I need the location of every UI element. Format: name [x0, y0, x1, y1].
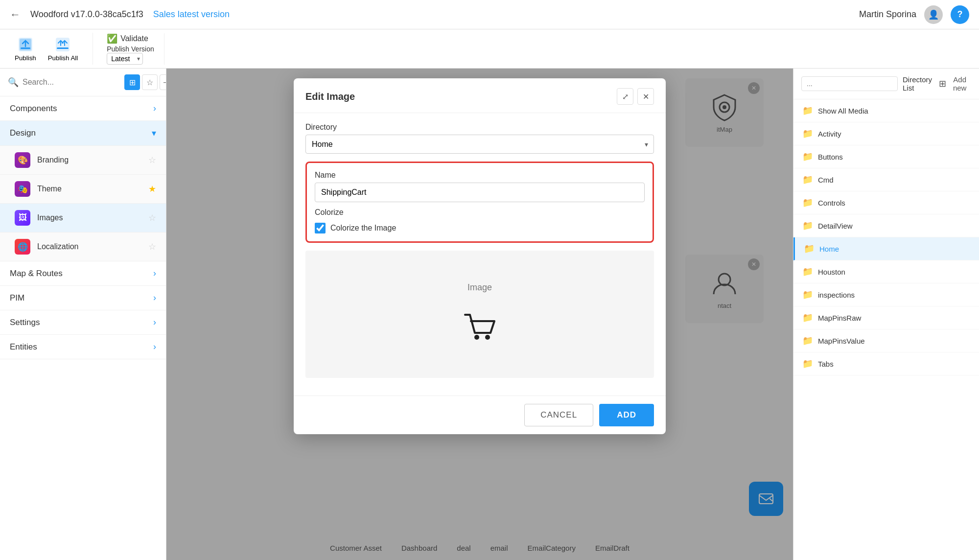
images-star[interactable]: ☆ [148, 212, 156, 223]
right-panel-list: 📁 Show All Media 📁 Activity 📁 Buttons 📁 … [793, 99, 979, 560]
list-view-button[interactable]: ☆ [142, 74, 158, 90]
sidebar-item-branding[interactable]: 🎨 Branding ☆ [0, 146, 166, 175]
dir-item-label: Tabs [818, 360, 834, 368]
sidebar-item-pim[interactable]: PIM › [0, 286, 166, 310]
settings-chevron: › [153, 317, 156, 327]
sidebar-item-entities[interactable]: Entities › [0, 335, 166, 359]
avatar-button[interactable]: 👤 [924, 5, 943, 24]
publish-icon [17, 36, 34, 53]
back-button[interactable]: ← [10, 8, 21, 21]
sidebar-item-images[interactable]: 🖼 Images ☆ [0, 204, 166, 233]
theme-label: Theme [37, 185, 141, 193]
dir-item-detailview[interactable]: 📁 DetailView [793, 214, 979, 237]
dir-item-mappinsvalue[interactable]: 📁 MapPinsValue [793, 329, 979, 352]
right-panel: Directory List ⊞ Add new 📁 Show All Medi… [793, 69, 979, 560]
dir-item-label: MapPinsRaw [818, 314, 861, 322]
sidebar-item-settings[interactable]: Settings › [0, 310, 166, 335]
validate-area: ✅ Validate Publish Version Latest Beta S… [107, 33, 154, 65]
design-label: Design [10, 128, 36, 138]
dir-item-label: Cmd [818, 176, 834, 184]
branding-star[interactable]: ☆ [148, 155, 156, 165]
pim-chevron: › [153, 293, 156, 303]
add-button[interactable]: ADD [599, 404, 654, 426]
right-panel-search-input[interactable] [801, 76, 898, 91]
right-panel-header: Directory List ⊞ Add new [793, 69, 979, 99]
add-new-label: Add new [948, 75, 971, 92]
cancel-button[interactable]: CANCEL [524, 404, 593, 426]
modal-close-button[interactable]: ✕ [637, 88, 654, 105]
folder-icon: 📁 [802, 151, 813, 162]
directory-select[interactable]: Home Activity Buttons Controls DetailVie… [305, 135, 654, 154]
sidebar-item-localization[interactable]: 🌐 Localization ☆ [0, 233, 166, 261]
collapse-button[interactable]: — [160, 74, 166, 90]
theme-icon: 🎭 [15, 181, 30, 197]
colorize-checkbox-label[interactable]: Colorize the Image [330, 224, 396, 233]
name-input[interactable] [315, 183, 645, 202]
sidebar: 🔍 ⊞ ☆ — Components › Design ▾ 🎨 Branding [0, 69, 166, 560]
help-button[interactable]: ? [951, 5, 969, 24]
publish-label: Publish [15, 54, 36, 62]
grid-view-button[interactable]: ⊞ [124, 74, 140, 90]
folder-icon: 📁 [802, 197, 813, 208]
sidebar-item-theme[interactable]: 🎭 Theme ★ [0, 175, 166, 204]
directory-select-wrapper: Home Activity Buttons Controls DetailVie… [305, 135, 654, 154]
toolbar-validate-group: ✅ Validate Publish Version Latest Beta S… [97, 33, 164, 65]
localization-star[interactable]: ☆ [148, 241, 156, 252]
dir-item-label: inspections [818, 291, 855, 299]
sidebar-search-input[interactable] [23, 78, 120, 87]
colorize-row: Colorize the Image [315, 223, 645, 233]
folder-icon: 📁 [802, 105, 813, 116]
dir-item-label: Activity [818, 130, 841, 138]
theme-star[interactable]: ★ [148, 184, 156, 194]
directory-field-group: Directory Home Activity Buttons Controls… [305, 123, 654, 154]
folder-icon: 📁 [804, 243, 815, 254]
add-new-button[interactable]: ⊞ Add new [939, 75, 971, 92]
publish-all-button[interactable]: Publish All [43, 33, 83, 65]
toolbar-publish-group: Publish Publish All [10, 33, 93, 65]
sidebar-view-buttons: ⊞ ☆ — [124, 74, 166, 90]
dir-item-label: Home [819, 245, 839, 253]
sidebar-item-map-routes[interactable]: Map & Routes › [0, 261, 166, 286]
version-text: Woodford v17.0.0-38ca5c1f3 [30, 9, 143, 20]
dir-item-home[interactable]: 📁 Home [793, 237, 979, 260]
branding-label: Branding [37, 156, 141, 164]
top-bar-right: Martin Sporina 👤 ? [859, 5, 969, 24]
publish-version-label: Publish Version [107, 45, 154, 53]
colorize-label: Colorize [315, 208, 645, 217]
sales-version-link[interactable]: Sales latest version [153, 9, 230, 20]
colorize-checkbox[interactable] [315, 223, 326, 233]
dir-list-label: Directory List [903, 75, 939, 92]
sidebar-search-bar: 🔍 ⊞ ☆ — [0, 69, 166, 96]
folder-icon: 📁 [802, 220, 813, 231]
modal-title: Edit Image [305, 91, 355, 102]
dir-item-label: Controls [818, 199, 845, 207]
dir-item-buttons[interactable]: 📁 Buttons [793, 145, 979, 168]
sidebar-nav: Components › Design ▾ 🎨 Branding ☆ 🎭 The… [0, 96, 166, 560]
modal-body: Directory Home Activity Buttons Controls… [294, 113, 666, 396]
validate-label: Validate [120, 34, 148, 43]
sidebar-item-components[interactable]: Components › [0, 96, 166, 121]
dir-item-activity[interactable]: 📁 Activity [793, 122, 979, 145]
dir-item-cmd[interactable]: 📁 Cmd [793, 168, 979, 191]
folder-icon: 📁 [802, 266, 813, 277]
localization-icon: 🌐 [15, 239, 30, 255]
publish-button[interactable]: Publish [10, 33, 41, 65]
sidebar-item-design[interactable]: Design ▾ [0, 121, 166, 146]
name-field-group: Name [315, 171, 645, 202]
dir-item-show-all[interactable]: 📁 Show All Media [793, 99, 979, 122]
publish-version-select[interactable]: Latest Beta Stable [107, 53, 143, 65]
map-routes-chevron: › [153, 268, 156, 279]
folder-icon: 📁 [802, 335, 813, 346]
dir-item-mappinsraw[interactable]: 📁 MapPinsRaw [793, 306, 979, 329]
publish-all-icon [54, 36, 71, 53]
folder-icon: 📁 [802, 174, 813, 185]
dir-item-controls[interactable]: 📁 Controls [793, 191, 979, 214]
map-routes-label: Map & Routes [10, 269, 63, 279]
pim-label: PIM [10, 293, 24, 303]
dir-item-houston[interactable]: 📁 Houston [793, 260, 979, 283]
modal-expand-button[interactable]: ⤢ [617, 88, 633, 105]
content-area: ✕ itMap ✕ ntact [166, 69, 793, 560]
dir-item-inspections[interactable]: 📁 inspections [793, 283, 979, 306]
dir-item-tabs[interactable]: 📁 Tabs [793, 352, 979, 375]
cart-icon [460, 307, 499, 347]
